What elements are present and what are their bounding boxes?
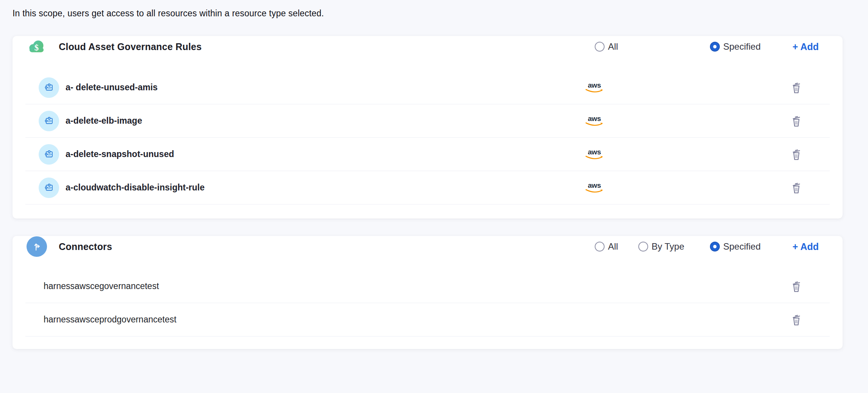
governance-card-header: $ Cloud Asset Governance Rules All Speci… [13, 36, 843, 57]
radio-selected-icon[interactable] [710, 42, 720, 52]
code-rule-icon: </> [39, 111, 59, 131]
trash-icon [790, 313, 802, 326]
rule-name: a-delete-elb-image [66, 116, 142, 126]
governance-scope-options: All Specified + Add [595, 41, 819, 52]
code-rule-icon: </> [39, 77, 59, 98]
connectors-radio-specified-label[interactable]: Specified [723, 241, 761, 252]
governance-rules-card: $ Cloud Asset Governance Rules All Speci… [13, 36, 843, 219]
rule-glyph: </> [47, 152, 52, 156]
code-rule-icon: </> [39, 178, 59, 198]
connectors-add-button[interactable]: + Add [785, 241, 819, 252]
connectors-scope-options: All By Type Specified + Add [595, 241, 819, 252]
trash-icon [790, 81, 802, 94]
governance-rule-row: </> a-delete-elb-image aws [25, 104, 830, 138]
governance-rules-list: </> a- delete-unused-amis aws [13, 71, 843, 204]
delete-rule-button[interactable] [789, 81, 804, 94]
connectors-radio-all[interactable]: All [595, 241, 638, 252]
trash-icon [790, 181, 802, 194]
governance-radio-specified[interactable]: Specified [710, 41, 785, 52]
trash-icon [790, 115, 802, 127]
connectors-section-title: Connectors [59, 241, 112, 252]
dollar-symbol: $ [34, 43, 39, 52]
aws-text: aws [588, 115, 601, 123]
radio-unselected-icon[interactable] [595, 242, 605, 252]
connector-name: harnessawsceprodgovernancetest [44, 314, 789, 325]
connectors-radio-specified[interactable]: Specified [710, 241, 785, 252]
delete-connector-button[interactable] [789, 313, 804, 326]
connectors-radio-by-type-label[interactable]: By Type [652, 241, 684, 252]
connector-name: harnessawscegovernancetest [44, 281, 789, 291]
connectors-radio-by-type[interactable]: By Type [638, 241, 710, 252]
aws-logo-icon: aws [583, 181, 606, 194]
resource-scope-panel: In this scope, users get access to all r… [0, 0, 868, 349]
delete-rule-button[interactable] [789, 115, 804, 127]
branch-arrows-icon [27, 236, 47, 257]
governance-rule-row: </> a-cloudwatch-disable-insight-rule aw… [25, 171, 830, 204]
aws-text: aws [588, 148, 601, 156]
connectors-radio-all-label[interactable]: All [608, 241, 618, 252]
governance-radio-specified-label[interactable]: Specified [723, 41, 761, 52]
connectors-list: harnessawscegovernancetest harnessawscep… [13, 270, 843, 336]
radio-unselected-icon[interactable] [595, 42, 605, 52]
rule-name: a- delete-unused-amis [66, 82, 158, 93]
cloud-dollar-icon: $ [27, 36, 47, 57]
delete-connector-button[interactable] [789, 280, 804, 293]
governance-radio-all-label[interactable]: All [608, 41, 618, 52]
connector-row: harnessawsceprodgovernancetest [25, 303, 830, 336]
aws-text: aws [588, 81, 601, 89]
aws-text: aws [588, 181, 601, 189]
rule-name: a-delete-snapshot-unused [66, 149, 174, 159]
governance-add-button[interactable]: + Add [785, 41, 819, 52]
radio-unselected-icon[interactable] [638, 242, 648, 252]
aws-logo-icon: aws [583, 81, 606, 94]
rule-glyph: </> [47, 186, 52, 190]
rule-name: a-cloudwatch-disable-insight-rule [66, 182, 205, 193]
code-rule-icon: </> [39, 144, 59, 165]
governance-rule-row: </> a- delete-unused-amis aws [25, 71, 830, 104]
connectors-card: Connectors All By Type Specified + Add [13, 236, 843, 349]
trash-icon [790, 280, 802, 293]
governance-section-title: Cloud Asset Governance Rules [59, 41, 202, 52]
radio-selected-icon[interactable] [710, 242, 720, 252]
aws-logo-icon: aws [583, 115, 606, 127]
rule-glyph: </> [47, 119, 52, 123]
governance-radio-all[interactable]: All [595, 41, 638, 52]
rule-glyph: </> [47, 86, 52, 90]
trash-icon [790, 148, 802, 161]
connectors-card-header: Connectors All By Type Specified + Add [13, 236, 843, 257]
governance-rule-row: </> a-delete-snapshot-unused aws [25, 138, 830, 171]
delete-rule-button[interactable] [789, 148, 804, 161]
scope-description: In this scope, users get access to all r… [13, 8, 868, 19]
delete-rule-button[interactable] [789, 181, 804, 194]
connector-row: harnessawscegovernancetest [25, 270, 830, 303]
aws-logo-icon: aws [583, 148, 606, 161]
